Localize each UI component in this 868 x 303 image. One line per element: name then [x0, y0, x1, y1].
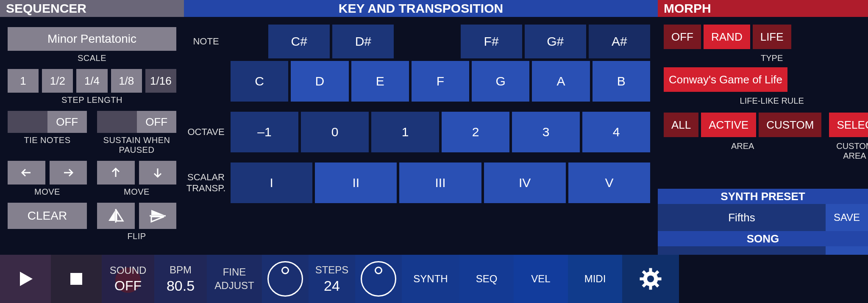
scalar-row-label: SCALARTRANSP.	[184, 172, 231, 194]
steps-dial[interactable]	[355, 255, 402, 303]
settings-button[interactable]	[622, 255, 679, 303]
scalar-3[interactable]: III	[399, 163, 481, 203]
move-up-button[interactable]	[97, 161, 135, 185]
note-g[interactable]: G	[472, 61, 529, 102]
tie-notes-label: TIE NOTES	[8, 135, 87, 145]
svg-rect-5	[657, 278, 661, 281]
tie-notes-toggle[interactable]: OFF	[8, 111, 87, 133]
note-gap	[396, 25, 458, 58]
svg-rect-0	[70, 273, 82, 285]
synth-preset-name[interactable]: Fifths	[658, 204, 826, 231]
scale-label: SCALE	[8, 53, 176, 63]
morph-type-off[interactable]: OFF	[664, 25, 701, 49]
scalar-5[interactable]: V	[568, 163, 650, 203]
svg-rect-2	[649, 268, 652, 272]
move-down-button[interactable]	[139, 161, 177, 185]
tab-seq[interactable]: SEQ	[459, 255, 514, 303]
note-c-sharp[interactable]: C#	[268, 25, 330, 58]
note-b[interactable]: B	[593, 61, 650, 102]
move-right-button[interactable]	[50, 161, 87, 185]
note-f[interactable]: F	[412, 61, 469, 102]
sustain-label: SUSTAIN WHEN PAUSED	[97, 135, 176, 155]
move-horizontal-label: MOVE	[8, 187, 87, 197]
svg-rect-3	[649, 285, 652, 289]
flip-vertical-button[interactable]	[139, 203, 177, 229]
stop-icon	[68, 270, 85, 287]
morph-type-life[interactable]: LIFE	[753, 25, 791, 49]
morph-panel: OFF RAND LIFE TYPE Conway's Game of Life…	[658, 17, 868, 189]
dial-icon	[361, 261, 396, 297]
step-length-1-8[interactable]: 1/8	[111, 69, 142, 93]
step-length-1-16[interactable]: 1/16	[145, 69, 176, 93]
note-f-sharp[interactable]: F#	[461, 25, 522, 58]
move-vertical-label: MOVE	[97, 187, 176, 197]
morph-area-custom[interactable]: CUSTOM	[759, 113, 821, 137]
note-a-sharp[interactable]: A#	[589, 25, 650, 58]
fine-adjust-label-cell: FINE ADJUST	[207, 255, 262, 303]
gear-icon	[638, 267, 663, 291]
morph-header: MORPH	[658, 0, 868, 17]
morph-area-active[interactable]: ACTIVE	[701, 113, 756, 137]
bpm-value: 80.5	[167, 278, 195, 294]
note-d-sharp[interactable]: D#	[332, 25, 394, 58]
tab-vel[interactable]: VEL	[514, 255, 568, 303]
sequencer-panel: Minor Pentatonic SCALE 1 1/2 1/4 1/8 1/1…	[0, 17, 184, 255]
steps-display[interactable]: STEPS 24	[309, 255, 355, 303]
key-transposition-header: KEY AND TRANSPOSITION	[184, 0, 658, 17]
synth-preset-section: SYNTH PRESET Fifths SAVE	[658, 189, 868, 231]
sustain-value: OFF	[137, 111, 177, 133]
arrow-right-icon	[60, 166, 77, 179]
morph-area-segmented: ALL ACTIVE CUSTOM	[664, 113, 821, 137]
step-length-1[interactable]: 1	[8, 69, 39, 93]
note-c[interactable]: C	[231, 61, 288, 102]
note-g-sharp[interactable]: G#	[525, 25, 586, 58]
tab-midi[interactable]: MIDI	[568, 255, 622, 303]
morph-type-segmented: OFF RAND LIFE	[664, 25, 868, 49]
octave-4[interactable]: 4	[582, 112, 650, 152]
morph-area-all[interactable]: ALL	[664, 113, 698, 137]
bpm-fine-dial[interactable]	[262, 255, 309, 303]
right-panel: OFF RAND LIFE TYPE Conway's Game of Life…	[658, 17, 868, 255]
scalar-4[interactable]: IV	[484, 163, 566, 203]
bpm-display[interactable]: BPM 80.5	[154, 255, 207, 303]
stop-button[interactable]	[51, 255, 102, 303]
octave-minus1[interactable]: –1	[231, 112, 298, 152]
scale-select[interactable]: Minor Pentatonic	[8, 27, 176, 51]
octave-3[interactable]: 3	[512, 112, 580, 152]
step-length-segmented: 1 1/2 1/4 1/8 1/16	[8, 69, 176, 93]
synth-preset-save-button[interactable]: SAVE	[826, 204, 868, 231]
step-length-1-4[interactable]: 1/4	[76, 69, 107, 93]
octave-row-label: OCTAVE	[184, 127, 231, 138]
step-length-1-2[interactable]: 1/2	[42, 69, 73, 93]
octave-0[interactable]: 0	[301, 112, 369, 152]
note-a[interactable]: A	[532, 61, 590, 102]
sound-value: OFF	[114, 278, 142, 294]
note-d[interactable]: D	[291, 61, 348, 102]
sound-toggle[interactable]: SOUND OFF	[102, 255, 154, 303]
steps-label: STEPS	[315, 264, 349, 276]
svg-rect-4	[640, 278, 644, 281]
move-left-button[interactable]	[8, 161, 45, 185]
tab-synth[interactable]: SYNTH	[402, 255, 459, 303]
flip-horizontal-button[interactable]	[97, 203, 135, 229]
step-length-label: STEP LENGTH	[8, 95, 176, 105]
sustain-when-paused-toggle[interactable]: OFF	[97, 111, 176, 133]
morph-type-rand[interactable]: RAND	[704, 25, 750, 49]
play-button[interactable]	[0, 255, 51, 303]
transport-bar: SOUND OFF BPM 80.5 FINE ADJUST STEPS 24 …	[0, 255, 868, 303]
steps-value: 24	[324, 278, 340, 294]
note-e[interactable]: E	[351, 61, 409, 102]
arrow-down-icon	[151, 164, 164, 181]
clear-button[interactable]: CLEAR	[8, 203, 87, 229]
octave-2[interactable]: 2	[442, 112, 509, 152]
play-icon	[16, 269, 35, 289]
scalar-2[interactable]: II	[315, 163, 397, 203]
sequencer-header: SEQUENCER	[0, 0, 184, 17]
scalar-1[interactable]: I	[231, 163, 312, 203]
octave-1[interactable]: 1	[371, 112, 439, 152]
custom-area-select-button[interactable]: SELECT	[829, 113, 868, 137]
morph-area-label: AREA	[664, 141, 821, 151]
morph-type-label: TYPE	[664, 53, 868, 63]
life-like-rule-select[interactable]: Conway's Game of Life	[664, 67, 787, 92]
flip-label: FLIP	[97, 231, 176, 241]
